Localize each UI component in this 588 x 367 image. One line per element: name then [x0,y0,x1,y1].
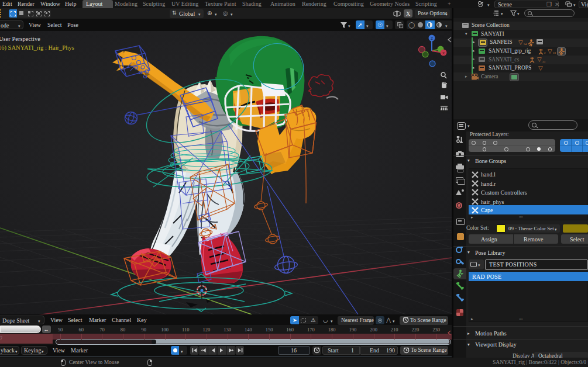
svg-text:16) SANYATI_rig : Hair_Phys: 16) SANYATI_rig : Hair_Phys [0,44,74,51]
svg-text:X: X [442,51,445,55]
svg-text:Z: Z [431,37,433,40]
svg-text:User Perspective: User Perspective [0,36,40,42]
